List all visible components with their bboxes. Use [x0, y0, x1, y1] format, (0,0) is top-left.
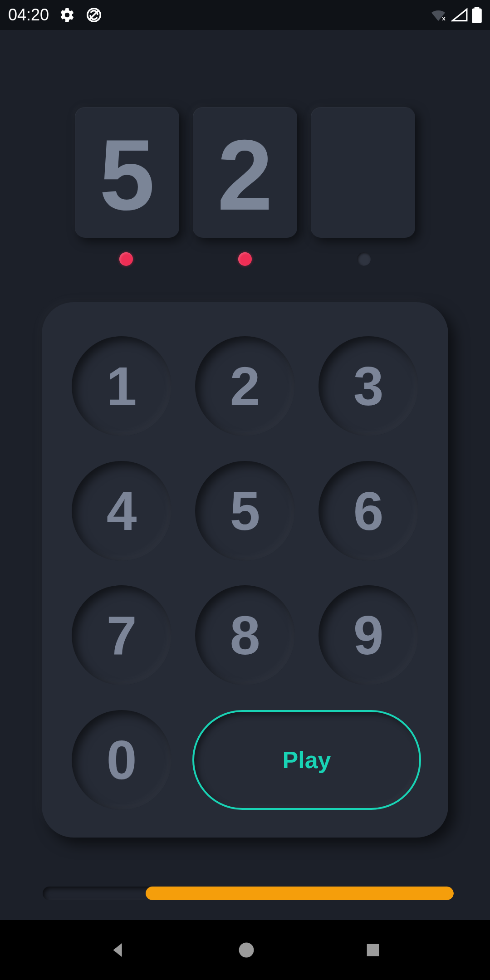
key-label: 1 [107, 355, 137, 417]
key-1[interactable]: 1 [72, 336, 172, 436]
key-5[interactable]: 5 [195, 461, 295, 561]
key-label: 3 [353, 355, 384, 417]
cell-signal-icon [451, 7, 468, 23]
digit-value-2: 2 [217, 125, 273, 225]
wifi-off-icon: x [429, 7, 447, 23]
dot-indicators [0, 252, 490, 266]
key-label: 0 [107, 729, 137, 791]
key-3[interactable]: 3 [318, 336, 418, 436]
key-label: 4 [107, 480, 137, 542]
key-label: 5 [230, 480, 260, 542]
key-label: 6 [353, 480, 384, 542]
digit-slot-1: 5 [75, 107, 179, 238]
digit-value-1: 5 [99, 125, 155, 225]
nav-recent-icon[interactable] [364, 941, 382, 959]
status-left: 04:20 [8, 5, 103, 24]
digit-slot-3 [311, 107, 415, 238]
keypad: 1 2 3 4 5 6 7 8 9 0 Play [42, 302, 448, 838]
key-label: 8 [230, 604, 260, 666]
svg-point-5 [239, 943, 254, 958]
status-right: x [429, 7, 482, 23]
key-label: 7 [107, 604, 137, 666]
digit-slot-2: 2 [193, 107, 297, 238]
svg-text:x: x [442, 15, 446, 22]
status-time: 04:20 [8, 5, 49, 24]
progress-track [43, 887, 454, 900]
svg-rect-6 [367, 944, 379, 956]
gear-icon [59, 7, 75, 23]
key-7[interactable]: 7 [72, 585, 172, 685]
progress-bar [43, 887, 454, 900]
app-surface: 5 2 1 2 3 4 5 6 7 8 9 0 Play [0, 30, 490, 920]
nav-back-icon[interactable] [108, 940, 129, 960]
digit-display: 5 2 [0, 107, 490, 238]
key-6[interactable]: 6 [318, 461, 418, 561]
key-8[interactable]: 8 [195, 585, 295, 685]
key-2[interactable]: 2 [195, 336, 295, 436]
key-label: 9 [353, 604, 384, 666]
dot-2 [238, 252, 252, 266]
status-bar: 04:20 x [0, 0, 490, 30]
svg-rect-4 [475, 7, 480, 9]
key-9[interactable]: 9 [318, 585, 418, 685]
progress-fill [146, 887, 454, 900]
key-4[interactable]: 4 [72, 461, 172, 561]
key-0[interactable]: 0 [72, 710, 172, 810]
svg-rect-3 [472, 9, 482, 23]
no-sync-icon [85, 6, 103, 24]
play-button[interactable]: Play [192, 710, 421, 810]
android-nav-bar [0, 920, 490, 980]
nav-home-icon[interactable] [236, 940, 256, 960]
key-label: 2 [230, 355, 260, 417]
dot-1 [119, 252, 133, 266]
dot-3 [357, 252, 371, 266]
play-label: Play [283, 746, 331, 774]
battery-icon [472, 7, 482, 23]
